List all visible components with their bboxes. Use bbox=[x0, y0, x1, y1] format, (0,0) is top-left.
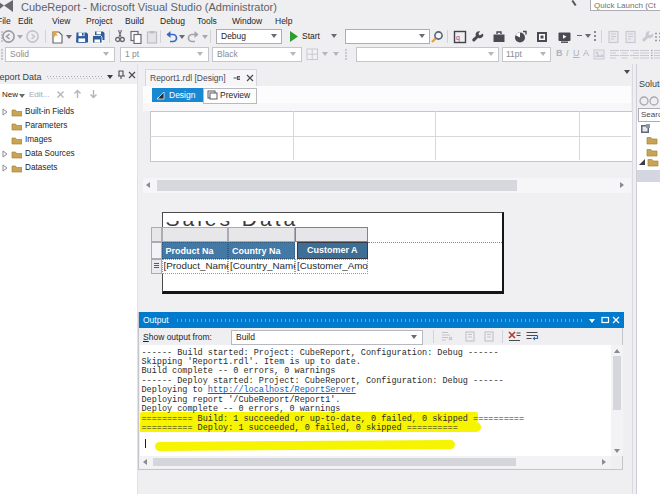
svg-text:q: q bbox=[456, 34, 460, 42]
